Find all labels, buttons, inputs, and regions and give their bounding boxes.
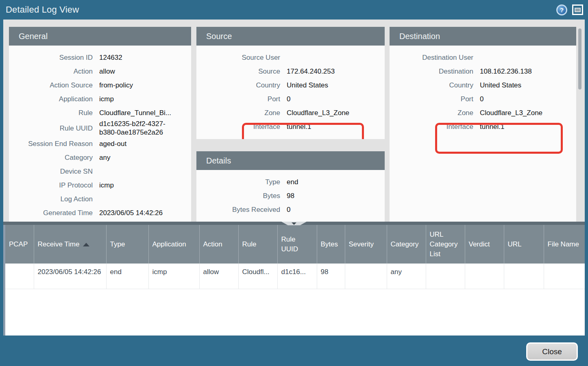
cell-rule: Cloudfl... — [238, 264, 277, 289]
field-label: Country — [390, 81, 473, 89]
column-header-file-name[interactable]: File Name — [544, 225, 585, 264]
column-header-url-category-list[interactable]: URL Category List — [426, 225, 465, 264]
field-row-destination-interface: Interface tunnel.1 — [390, 120, 576, 133]
detail-panels-area: General Session ID 124632 Action allow A… — [3, 20, 585, 222]
field-row-session-id: Session ID 124632 — [9, 50, 191, 64]
column-header-rule[interactable]: Rule — [238, 225, 277, 264]
details-panel-body: Type end Bytes 98 Bytes Received 0 — [196, 170, 385, 216]
field-label: Action — [9, 67, 93, 76]
cell-category: any — [387, 264, 426, 289]
cell-pcap — [5, 264, 34, 289]
general-panel-header: General — [9, 27, 191, 46]
field-value: Cloudflare_L3_Zone — [480, 109, 553, 117]
field-row-destination-country: Country United States — [390, 78, 576, 92]
close-button[interactable]: Close — [526, 342, 578, 361]
title-bar: Detailed Log View ? — [0, 0, 588, 20]
field-value: 0 — [287, 205, 301, 214]
field-value: any — [99, 153, 121, 162]
field-row-destination-port: Port 0 — [390, 92, 576, 106]
field-value: tunnel.1 — [287, 122, 322, 131]
field-label: Category — [9, 153, 93, 162]
field-row-generated-time: Generated Time 2023/06/05 14:42:26 — [9, 206, 191, 220]
column-header-label: Rule — [242, 240, 257, 248]
source-panel-header: Source — [196, 27, 385, 46]
source-panel-body: Source User Source 172.64.240.253 Countr… — [196, 46, 385, 133]
field-row-source-user: Source User — [196, 50, 385, 64]
field-label: Rule UUID — [9, 124, 93, 133]
details-panel: Details Type end Bytes 98 Bytes Received… — [196, 151, 385, 222]
field-row-bytes-received: Bytes Received 0 — [196, 203, 385, 216]
cell-bytes: 98 — [317, 264, 345, 289]
field-value: aged-out — [99, 139, 137, 148]
field-value: United States — [480, 81, 532, 89]
cell-receive-time: 2023/06/05 14:42:26 — [34, 264, 106, 289]
field-row-destination-user: Destination User — [390, 50, 576, 64]
field-value: icmp — [99, 95, 124, 103]
column-header-label: Category — [391, 240, 419, 248]
field-value: United States — [287, 81, 339, 89]
field-row-action: Action allow — [9, 64, 191, 78]
column-header-url[interactable]: URL — [504, 225, 544, 264]
field-value: from-policy — [99, 81, 144, 89]
table-row[interactable]: 2023/06/05 14:42:26 end icmp allow Cloud… — [5, 264, 585, 289]
field-label: Destination — [390, 67, 473, 76]
column-header-rule-uuid[interactable]: Rule UUID — [277, 225, 317, 264]
column-header-severity[interactable]: Severity — [345, 225, 387, 264]
column-header-action[interactable]: Action — [199, 225, 238, 264]
dialog-footer: Close — [0, 336, 588, 366]
window-restore-icon[interactable] — [572, 4, 583, 15]
splitter-collapse-handle[interactable] — [281, 222, 307, 225]
field-row-action-source: Action Source from-policy — [9, 78, 191, 92]
field-row-source: Source 172.64.240.253 — [196, 64, 385, 78]
column-header-label: Action — [203, 240, 222, 248]
column-header-label: PCAP — [9, 240, 28, 248]
table-header-row: PCAP Receive Time Type Application Actio… — [5, 225, 585, 264]
column-header-verdict[interactable]: Verdict — [465, 225, 504, 264]
general-panel-body: Session ID 124632 Action allow Action So… — [9, 46, 191, 220]
field-row-category: Category any — [9, 150, 191, 164]
vertical-scrollbar-thumb[interactable] — [578, 28, 581, 89]
field-label: Rule — [9, 109, 93, 117]
field-value: 108.162.236.138 — [480, 67, 542, 76]
destination-panel-body: Destination User Destination 108.162.236… — [390, 46, 576, 133]
column-header-label: Rule UUID — [281, 235, 298, 253]
field-label: Port — [390, 95, 473, 103]
field-row-source-country: Country United States — [196, 78, 385, 92]
field-value: 98 — [287, 192, 305, 200]
cell-rule-uuid: d1c16... — [277, 264, 317, 289]
field-value: end — [287, 178, 309, 186]
field-label: IP Protocol — [9, 181, 93, 190]
field-row-destination-zone: Zone Cloudflare_L3_Zone — [390, 106, 576, 120]
field-label: Zone — [196, 109, 280, 117]
field-row-source-interface: Interface tunnel.1 — [196, 120, 385, 133]
field-value: icmp — [99, 181, 124, 190]
help-icon[interactable]: ? — [556, 4, 567, 15]
field-label: Bytes — [196, 192, 280, 200]
field-row-source-port: Port 0 — [196, 92, 385, 106]
field-value: 2023/06/05 14:42:26 — [99, 209, 173, 217]
field-value: 124632 — [99, 53, 133, 62]
field-label: Device SN — [9, 167, 93, 176]
general-panel: General Session ID 124632 Action allow A… — [9, 27, 191, 222]
column-header-bytes[interactable]: Bytes — [317, 225, 345, 264]
field-label: Session ID — [9, 53, 93, 62]
column-header-label: URL — [508, 240, 522, 248]
window-restore-icon-inner — [575, 8, 581, 12]
field-row-device-sn: Device SN — [9, 164, 191, 178]
field-label: Port — [196, 95, 280, 103]
column-header-receive-time[interactable]: Receive Time — [34, 225, 106, 264]
panel-table-splitter[interactable] — [3, 222, 585, 225]
field-value: 172.64.240.253 — [287, 67, 345, 76]
field-row-destination: Destination 108.162.236.138 — [390, 64, 576, 78]
field-value: allow — [99, 67, 126, 76]
dialog-title: Detailed Log View — [6, 4, 79, 15]
field-row-rule: Rule Cloudflare_Tunnel_Bi... — [9, 106, 191, 120]
field-value: Cloudflare_L3_Zone — [287, 109, 360, 117]
details-panel-header: Details — [196, 151, 385, 170]
field-value: Cloudflare_Tunnel_Bi... — [99, 109, 182, 117]
column-header-application[interactable]: Application — [148, 225, 199, 264]
column-header-category[interactable]: Category — [387, 225, 426, 264]
column-header-type[interactable]: Type — [106, 225, 148, 264]
cell-verdict — [465, 264, 504, 289]
column-header-pcap[interactable]: PCAP — [5, 225, 34, 264]
